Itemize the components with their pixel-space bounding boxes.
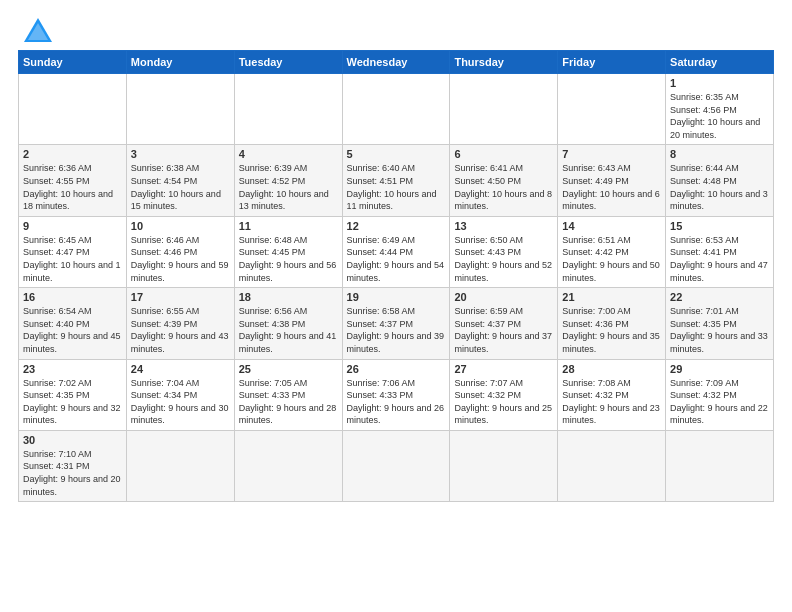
calendar-cell: 11Sunrise: 6:48 AM Sunset: 4:45 PM Dayli…: [234, 216, 342, 287]
day-number: 1: [670, 77, 769, 89]
day-info: Sunrise: 7:08 AM Sunset: 4:32 PM Dayligh…: [562, 377, 661, 427]
day-number: 18: [239, 291, 338, 303]
week-row-1: 1Sunrise: 6:35 AM Sunset: 4:56 PM Daylig…: [19, 74, 774, 145]
week-row-6: 30Sunrise: 7:10 AM Sunset: 4:31 PM Dayli…: [19, 430, 774, 501]
day-header-wednesday: Wednesday: [342, 51, 450, 74]
day-info: Sunrise: 6:44 AM Sunset: 4:48 PM Dayligh…: [670, 162, 769, 212]
day-info: Sunrise: 6:58 AM Sunset: 4:37 PM Dayligh…: [347, 305, 446, 355]
day-number: 21: [562, 291, 661, 303]
week-row-5: 23Sunrise: 7:02 AM Sunset: 4:35 PM Dayli…: [19, 359, 774, 430]
day-info: Sunrise: 6:55 AM Sunset: 4:39 PM Dayligh…: [131, 305, 230, 355]
day-info: Sunrise: 6:45 AM Sunset: 4:47 PM Dayligh…: [23, 234, 122, 284]
calendar-cell: 7Sunrise: 6:43 AM Sunset: 4:49 PM Daylig…: [558, 145, 666, 216]
day-info: Sunrise: 6:59 AM Sunset: 4:37 PM Dayligh…: [454, 305, 553, 355]
day-info: Sunrise: 7:00 AM Sunset: 4:36 PM Dayligh…: [562, 305, 661, 355]
day-number: 26: [347, 363, 446, 375]
calendar-cell: 21Sunrise: 7:00 AM Sunset: 4:36 PM Dayli…: [558, 288, 666, 359]
page: SundayMondayTuesdayWednesdayThursdayFrid…: [0, 0, 792, 612]
calendar-cell: 4Sunrise: 6:39 AM Sunset: 4:52 PM Daylig…: [234, 145, 342, 216]
calendar-cell: 20Sunrise: 6:59 AM Sunset: 4:37 PM Dayli…: [450, 288, 558, 359]
calendar-cell: 14Sunrise: 6:51 AM Sunset: 4:42 PM Dayli…: [558, 216, 666, 287]
day-number: 12: [347, 220, 446, 232]
calendar-cell: [234, 430, 342, 501]
day-header-sunday: Sunday: [19, 51, 127, 74]
week-row-4: 16Sunrise: 6:54 AM Sunset: 4:40 PM Dayli…: [19, 288, 774, 359]
day-number: 30: [23, 434, 122, 446]
day-info: Sunrise: 7:09 AM Sunset: 4:32 PM Dayligh…: [670, 377, 769, 427]
day-number: 9: [23, 220, 122, 232]
day-info: Sunrise: 7:10 AM Sunset: 4:31 PM Dayligh…: [23, 448, 122, 498]
day-number: 28: [562, 363, 661, 375]
calendar-cell: [342, 430, 450, 501]
calendar-cell: [558, 74, 666, 145]
calendar-cell: 8Sunrise: 6:44 AM Sunset: 4:48 PM Daylig…: [666, 145, 774, 216]
day-number: 22: [670, 291, 769, 303]
day-number: 16: [23, 291, 122, 303]
day-info: Sunrise: 6:39 AM Sunset: 4:52 PM Dayligh…: [239, 162, 338, 212]
day-number: 24: [131, 363, 230, 375]
day-info: Sunrise: 6:49 AM Sunset: 4:44 PM Dayligh…: [347, 234, 446, 284]
calendar-cell: 28Sunrise: 7:08 AM Sunset: 4:32 PM Dayli…: [558, 359, 666, 430]
day-info: Sunrise: 6:41 AM Sunset: 4:50 PM Dayligh…: [454, 162, 553, 212]
calendar-cell: [19, 74, 127, 145]
calendar-cell: [558, 430, 666, 501]
calendar-cell: 27Sunrise: 7:07 AM Sunset: 4:32 PM Dayli…: [450, 359, 558, 430]
logo-icon: [24, 18, 52, 42]
day-number: 29: [670, 363, 769, 375]
day-number: 10: [131, 220, 230, 232]
calendar-cell: 22Sunrise: 7:01 AM Sunset: 4:35 PM Dayli…: [666, 288, 774, 359]
calendar: SundayMondayTuesdayWednesdayThursdayFrid…: [18, 50, 774, 502]
calendar-cell: 9Sunrise: 6:45 AM Sunset: 4:47 PM Daylig…: [19, 216, 127, 287]
day-number: 13: [454, 220, 553, 232]
calendar-cell: 30Sunrise: 7:10 AM Sunset: 4:31 PM Dayli…: [19, 430, 127, 501]
logo: [18, 18, 52, 42]
day-number: 7: [562, 148, 661, 160]
day-info: Sunrise: 6:43 AM Sunset: 4:49 PM Dayligh…: [562, 162, 661, 212]
day-number: 2: [23, 148, 122, 160]
day-header-monday: Monday: [126, 51, 234, 74]
calendar-cell: [234, 74, 342, 145]
day-info: Sunrise: 6:53 AM Sunset: 4:41 PM Dayligh…: [670, 234, 769, 284]
calendar-cell: 10Sunrise: 6:46 AM Sunset: 4:46 PM Dayli…: [126, 216, 234, 287]
calendar-cell: [450, 430, 558, 501]
day-info: Sunrise: 6:51 AM Sunset: 4:42 PM Dayligh…: [562, 234, 661, 284]
calendar-cell: [450, 74, 558, 145]
header: [18, 18, 774, 42]
calendar-cell: 13Sunrise: 6:50 AM Sunset: 4:43 PM Dayli…: [450, 216, 558, 287]
calendar-cell: 29Sunrise: 7:09 AM Sunset: 4:32 PM Dayli…: [666, 359, 774, 430]
calendar-cell: 26Sunrise: 7:06 AM Sunset: 4:33 PM Dayli…: [342, 359, 450, 430]
day-number: 8: [670, 148, 769, 160]
day-number: 15: [670, 220, 769, 232]
day-number: 11: [239, 220, 338, 232]
day-header-thursday: Thursday: [450, 51, 558, 74]
day-number: 6: [454, 148, 553, 160]
day-number: 19: [347, 291, 446, 303]
calendar-cell: 24Sunrise: 7:04 AM Sunset: 4:34 PM Dayli…: [126, 359, 234, 430]
day-number: 5: [347, 148, 446, 160]
day-info: Sunrise: 6:50 AM Sunset: 4:43 PM Dayligh…: [454, 234, 553, 284]
day-info: Sunrise: 6:54 AM Sunset: 4:40 PM Dayligh…: [23, 305, 122, 355]
calendar-cell: 15Sunrise: 6:53 AM Sunset: 4:41 PM Dayli…: [666, 216, 774, 287]
day-info: Sunrise: 7:02 AM Sunset: 4:35 PM Dayligh…: [23, 377, 122, 427]
day-number: 23: [23, 363, 122, 375]
week-row-2: 2Sunrise: 6:36 AM Sunset: 4:55 PM Daylig…: [19, 145, 774, 216]
day-info: Sunrise: 6:56 AM Sunset: 4:38 PM Dayligh…: [239, 305, 338, 355]
day-info: Sunrise: 6:36 AM Sunset: 4:55 PM Dayligh…: [23, 162, 122, 212]
day-number: 25: [239, 363, 338, 375]
calendar-cell: 17Sunrise: 6:55 AM Sunset: 4:39 PM Dayli…: [126, 288, 234, 359]
day-header-saturday: Saturday: [666, 51, 774, 74]
calendar-cell: 19Sunrise: 6:58 AM Sunset: 4:37 PM Dayli…: [342, 288, 450, 359]
calendar-cell: 3Sunrise: 6:38 AM Sunset: 4:54 PM Daylig…: [126, 145, 234, 216]
day-number: 14: [562, 220, 661, 232]
calendar-cell: 18Sunrise: 6:56 AM Sunset: 4:38 PM Dayli…: [234, 288, 342, 359]
day-info: Sunrise: 7:04 AM Sunset: 4:34 PM Dayligh…: [131, 377, 230, 427]
day-info: Sunrise: 6:35 AM Sunset: 4:56 PM Dayligh…: [670, 91, 769, 141]
calendar-cell: 16Sunrise: 6:54 AM Sunset: 4:40 PM Dayli…: [19, 288, 127, 359]
day-info: Sunrise: 7:01 AM Sunset: 4:35 PM Dayligh…: [670, 305, 769, 355]
calendar-cell: [342, 74, 450, 145]
calendar-cell: 12Sunrise: 6:49 AM Sunset: 4:44 PM Dayli…: [342, 216, 450, 287]
day-info: Sunrise: 6:38 AM Sunset: 4:54 PM Dayligh…: [131, 162, 230, 212]
day-info: Sunrise: 7:07 AM Sunset: 4:32 PM Dayligh…: [454, 377, 553, 427]
calendar-cell: [126, 430, 234, 501]
calendar-cell: [666, 430, 774, 501]
